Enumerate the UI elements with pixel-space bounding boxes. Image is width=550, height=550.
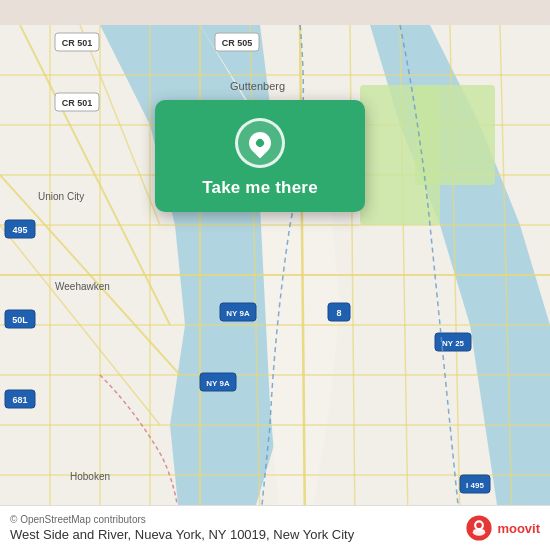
map-attribution: © OpenStreetMap contributors (10, 514, 354, 525)
map-background: CR 501 CR 505 CR 501 495 50L 681 NY 9A N… (0, 0, 550, 550)
svg-rect-60 (474, 529, 485, 531)
svg-point-59 (477, 522, 483, 528)
svg-text:CR 505: CR 505 (222, 38, 253, 48)
take-me-there-button[interactable]: Take me there (202, 178, 318, 198)
svg-text:Hoboken: Hoboken (70, 471, 110, 482)
svg-text:CR 501: CR 501 (62, 38, 93, 48)
svg-text:Union City: Union City (38, 191, 84, 202)
location-info: © OpenStreetMap contributors West Side a… (10, 514, 354, 542)
svg-text:NY 25: NY 25 (442, 339, 465, 348)
svg-text:681: 681 (12, 395, 27, 405)
svg-rect-51 (415, 85, 495, 185)
svg-text:Weehawken: Weehawken (55, 281, 110, 292)
destination-card: Take me there (155, 100, 365, 212)
moovit-icon (465, 514, 493, 542)
svg-text:Guttenberg: Guttenberg (230, 80, 285, 92)
svg-text:NY 9A: NY 9A (226, 309, 250, 318)
svg-text:495: 495 (12, 225, 27, 235)
location-pin-icon (244, 127, 275, 158)
svg-text:NY 9A: NY 9A (206, 379, 230, 388)
map-container: CR 501 CR 505 CR 501 495 50L 681 NY 9A N… (0, 0, 550, 550)
svg-text:50L: 50L (12, 315, 28, 325)
svg-text:I 495: I 495 (466, 481, 484, 490)
svg-text:CR 501: CR 501 (62, 98, 93, 108)
location-icon-container (235, 118, 285, 168)
svg-text:8: 8 (336, 308, 341, 318)
moovit-logo[interactable]: moovit (465, 514, 540, 542)
moovit-label: moovit (497, 521, 540, 536)
bottom-info-bar: © OpenStreetMap contributors West Side a… (0, 505, 550, 550)
location-address: West Side and River, Nueva York, NY 1001… (10, 527, 354, 542)
